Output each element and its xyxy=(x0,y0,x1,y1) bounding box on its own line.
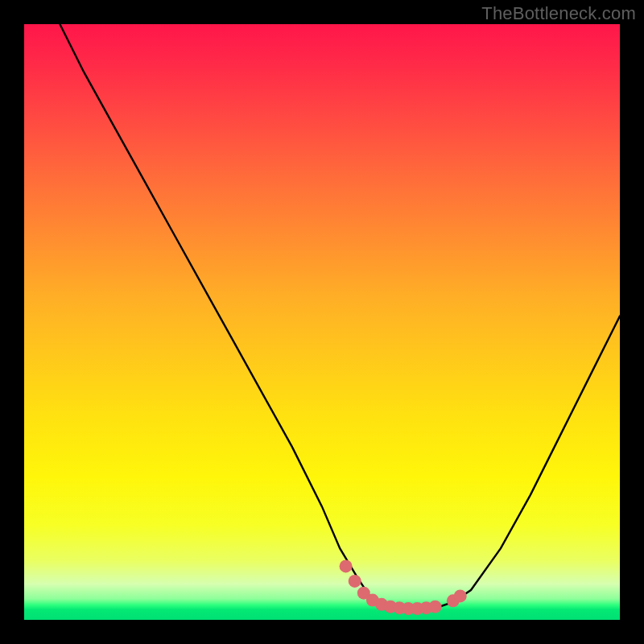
curve-marker xyxy=(340,559,353,572)
chart-frame: TheBottleneck.com xyxy=(0,0,644,644)
curve-markers xyxy=(340,559,467,615)
watermark-text: TheBottleneck.com xyxy=(481,3,636,24)
curve-svg xyxy=(24,24,620,620)
curve-marker xyxy=(429,601,442,613)
curve-marker xyxy=(454,589,467,602)
bottleneck-curve xyxy=(60,24,620,608)
plot-area xyxy=(24,24,620,620)
curve-marker xyxy=(349,575,361,588)
